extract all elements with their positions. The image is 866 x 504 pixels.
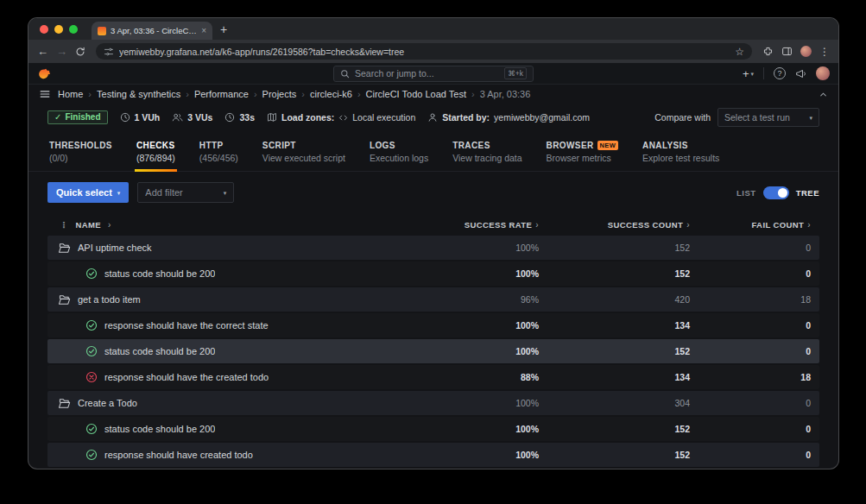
fail-count-value: 0	[698, 424, 819, 434]
browser-tab[interactable]: 3 Apr, 03:36 - CircleCI Todo ×	[92, 22, 212, 40]
table-row[interactable]: Create a Todo100%3040	[47, 391, 819, 415]
browser-toolbar: ← → yemiwebby.grafana.net/a/k6-app/runs/…	[28, 40, 838, 63]
browser-window: 3 Apr, 03:36 - CircleCI Todo × + ← → yem…	[28, 18, 838, 469]
fail-count-value: 0	[698, 346, 819, 356]
check-circle-icon	[85, 423, 98, 435]
new-tab-button[interactable]: +	[220, 23, 227, 35]
fail-count-value: 18	[698, 372, 819, 382]
check-name: response should have the created todo	[104, 372, 269, 382]
tab-label: SCRIPT	[262, 141, 345, 150]
success-count-value: 152	[547, 346, 698, 356]
list-tree-toggle[interactable]	[763, 186, 789, 199]
side-panel-icon[interactable]	[781, 46, 793, 57]
breadcrumb-separator-icon: ›	[301, 89, 305, 99]
url-text: yemiwebby.grafana.net/a/k6-app/runs/2619…	[119, 47, 730, 57]
run-summary-bar: ✓ Finished 1 VUh 3 VUs 33s	[28, 104, 838, 131]
url-bar[interactable]: yemiwebby.grafana.net/a/k6-app/runs/2619…	[96, 43, 752, 60]
tab-sublabel: (0/0)	[49, 153, 112, 163]
grafana-logo[interactable]	[37, 66, 52, 81]
maximize-window-button[interactable]	[69, 25, 78, 34]
tab-sublabel: Execution logs	[370, 153, 428, 163]
table-row[interactable]: status code should be 200100%1520	[47, 261, 819, 286]
forward-icon[interactable]: →	[56, 46, 67, 57]
compare-run-select[interactable]: Select a test run ▾	[717, 108, 819, 127]
success-count-value: 152	[547, 243, 698, 253]
fail-count-column-header[interactable]: FAIL COUNT ›	[751, 220, 819, 230]
check-name: get a todo item	[78, 294, 141, 305]
user-avatar[interactable]	[816, 66, 830, 80]
menu-hamburger-icon[interactable]	[39, 88, 51, 100]
tab-analysis[interactable]: ANALYSIS Explore test results	[641, 136, 721, 171]
success-count-column-header[interactable]: SUCCESS COUNT ›	[608, 220, 698, 230]
sort-chevron-icon: ›	[535, 220, 539, 230]
breadcrumb-item-project[interactable]: circleci-k6	[310, 89, 352, 99]
quick-select-button[interactable]: Quick select ▾	[47, 182, 129, 203]
tab-sublabel: (876/894)	[136, 153, 175, 163]
compare-run-placeholder: Select a test run	[724, 112, 790, 123]
table-row[interactable]: response should have the correct state10…	[47, 313, 819, 337]
view-toggle-group: LIST TREE	[736, 186, 819, 199]
site-settings-icon[interactable]	[104, 47, 114, 57]
sort-chevron-icon: ›	[807, 220, 811, 230]
list-view-label[interactable]: LIST	[736, 188, 756, 198]
tab-close-icon[interactable]: ×	[201, 27, 206, 35]
breadcrumb-separator-icon: ›	[88, 89, 92, 99]
tab-http[interactable]: HTTP (456/456)	[198, 136, 240, 171]
collapse-chevron-up-icon[interactable]	[819, 90, 828, 99]
success-rate-value: 100%	[401, 268, 547, 279]
tab-label-text: BROWSER	[547, 141, 594, 150]
check-name: response should have created todo	[104, 450, 253, 460]
vuh-value: 1 VUh	[135, 112, 161, 123]
tab-logs[interactable]: LOGS Execution logs	[368, 136, 430, 171]
compare-with-label: Compare with	[654, 112, 711, 123]
tab-label: BROWSER NEW	[547, 141, 618, 150]
window-controls	[40, 25, 78, 34]
add-filter-select[interactable]: Add filter ▾	[137, 182, 234, 203]
tab-checks[interactable]: CHECKS (876/894)	[135, 136, 177, 171]
tab-script[interactable]: SCRIPT View executed script	[261, 136, 347, 171]
tab-label: LOGS	[370, 141, 428, 150]
news-icon[interactable]	[795, 68, 806, 79]
breadcrumb-separator-icon: ›	[254, 89, 257, 99]
help-icon[interactable]: ?	[774, 67, 786, 79]
tab-thresholds[interactable]: THRESHOLDS (0/0)	[47, 136, 114, 171]
browser-tab-strip: 3 Apr, 03:36 - CircleCI Todo × +	[28, 18, 838, 40]
tab-browser[interactable]: BROWSER NEW Browser metrics	[545, 136, 620, 171]
table-row[interactable]: response should have created todo100%152…	[47, 443, 819, 467]
folder-icon	[58, 397, 71, 410]
close-window-button[interactable]	[40, 25, 48, 34]
breadcrumb-item-projects[interactable]: Projects	[262, 89, 297, 99]
column-kebab-icon[interactable]: ⋮	[60, 220, 68, 230]
browser-menu-icon[interactable]: ⋮	[819, 46, 830, 58]
reload-icon[interactable]	[75, 47, 85, 57]
add-new-button[interactable]: + ▾	[743, 68, 754, 79]
success-rate-column-header[interactable]: SUCCESS RATE ›	[465, 220, 547, 230]
breadcrumb-item-home[interactable]: Home	[58, 89, 83, 99]
extensions-icon[interactable]	[762, 46, 774, 57]
bookmark-star-icon[interactable]: ☆	[735, 46, 744, 58]
breadcrumb-item-testing[interactable]: Testing & synthetics	[97, 89, 180, 99]
tab-traces[interactable]: TRACES View tracing data	[451, 136, 523, 171]
name-column-header[interactable]: ⋮ NAME ›	[47, 220, 401, 230]
table-row[interactable]: status code should be 200100%1520	[47, 339, 819, 363]
topbar-actions: + ▾ ?	[743, 66, 830, 80]
table-row[interactable]: status code should be 200100%1520	[47, 417, 819, 441]
tree-view-label[interactable]: TREE	[796, 188, 819, 198]
table-row[interactable]: API uptime check100%1520	[47, 236, 819, 260]
started-by-value: yemiwebby@gmail.com	[494, 112, 590, 123]
breadcrumb-item-performance[interactable]: Performance	[194, 89, 249, 99]
row-name-cell: response should have the created todo	[47, 371, 401, 383]
table-row[interactable]: response should have the created todo88%…	[47, 365, 819, 389]
search-icon	[340, 69, 350, 79]
back-icon[interactable]: ←	[37, 46, 48, 57]
table-row[interactable]: get a todo item96%42018	[47, 287, 819, 312]
success-rate-value: 88%	[401, 372, 547, 382]
compare-with-group: Compare with Select a test run ▾	[654, 108, 819, 127]
browser-profile-avatar[interactable]	[800, 46, 812, 57]
fail-count-value: 0	[698, 398, 819, 408]
search-input[interactable]: Search or jump to... ⌘+k	[333, 66, 534, 82]
minimize-window-button[interactable]	[54, 25, 63, 34]
success-rate-value: 100%	[401, 320, 547, 331]
folder-icon	[58, 242, 71, 255]
breadcrumb-item-test[interactable]: CircleCI Todo Load Test	[366, 89, 466, 99]
